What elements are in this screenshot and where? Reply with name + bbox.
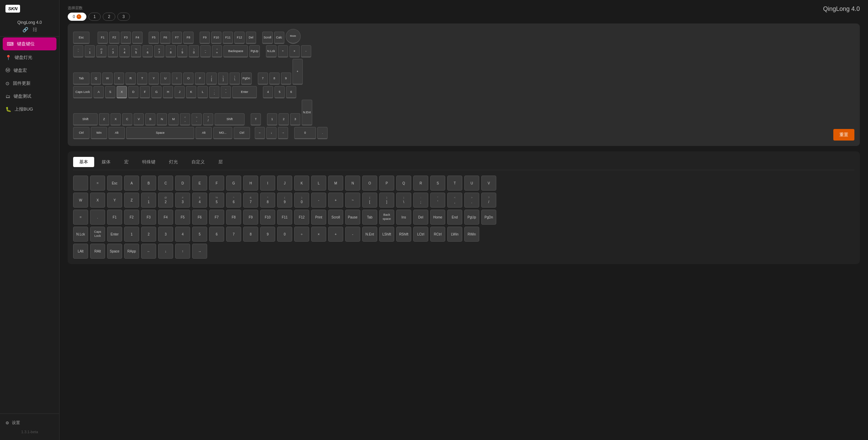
key-tab[interactable]: Tab	[73, 72, 89, 85]
grid-key-b[interactable]: B	[141, 176, 156, 191]
grid-key-n[interactable]: N	[345, 176, 360, 191]
key-c[interactable]: C	[122, 113, 132, 126]
grid-key-7[interactable]: &7	[243, 193, 258, 208]
grid-key-tilde2[interactable]: ~	[345, 193, 360, 208]
grid-key-dquote[interactable]: "'	[430, 193, 445, 208]
grid-key-r[interactable]: R	[413, 176, 428, 191]
key-5[interactable]: %5	[131, 45, 141, 58]
key-a[interactable]: A	[94, 86, 104, 98]
key-right[interactable]: →	[278, 127, 288, 139]
key-period[interactable]: >.	[191, 113, 202, 126]
key-0[interactable]: )0	[189, 45, 199, 58]
grid-key-x[interactable]: X	[90, 193, 105, 208]
key-k[interactable]: K	[186, 86, 196, 98]
key-numdot[interactable]: .	[317, 127, 328, 139]
sidebar-item-keyboard-macro[interactable]: Ⓜ 键盘宏	[0, 64, 59, 77]
grid-key-4[interactable]: $4	[192, 193, 207, 208]
grid-key-gt[interactable]: >.	[464, 193, 479, 208]
key-j[interactable]: J	[174, 86, 185, 98]
grid-key-backspace[interactable]: Back space	[379, 210, 394, 225]
grid-key-nent[interactable]: N.Ent	[362, 227, 377, 242]
grid-key-empty1[interactable]	[73, 176, 88, 191]
grid-key-gf11[interactable]: F11	[277, 210, 292, 225]
key-backspace[interactable]: Backspace	[223, 45, 248, 58]
key-num7[interactable]: 7	[258, 72, 268, 85]
grid-key-del2[interactable]: Del	[413, 210, 428, 225]
key-capslock[interactable]: Caps Lock	[73, 86, 92, 98]
grid-key-gf3[interactable]: F3	[141, 210, 156, 225]
grid-key-u[interactable]: U	[464, 176, 479, 191]
panel-tab-macro[interactable]: 宏	[118, 157, 135, 167]
key-6[interactable]: ^6	[143, 45, 153, 58]
grid-key-v[interactable]: V	[481, 176, 496, 191]
grid-key-m[interactable]: M	[328, 176, 343, 191]
grid-key-w[interactable]: W	[73, 193, 88, 208]
grid-key-pgdn2[interactable]: PgDn	[481, 210, 496, 225]
reset-button[interactable]: 重置	[833, 129, 854, 141]
key-x2[interactable]: X	[111, 113, 121, 126]
grid-key-gf9[interactable]: F9	[243, 210, 258, 225]
panel-tab-media[interactable]: 媒体	[96, 157, 117, 167]
key-rbracket[interactable]: }]	[218, 72, 228, 85]
grid-key-l[interactable]: L	[311, 176, 326, 191]
key-rshift[interactable]: Shift	[215, 113, 245, 126]
layer-tab-1[interactable]: 1	[88, 13, 101, 21]
grid-key-lshift[interactable]: LShift	[379, 227, 394, 242]
key-v[interactable]: V	[134, 113, 144, 126]
grid-key-ins[interactable]: Ins	[396, 210, 411, 225]
key-numminus[interactable]: -	[301, 45, 311, 58]
grid-key-1[interactable]: !1	[141, 193, 156, 208]
key-minus[interactable]: _-	[200, 45, 211, 58]
grid-key-print[interactable]: Print	[311, 210, 326, 225]
key-f9[interactable]: F9	[200, 32, 210, 44]
key-left[interactable]: ←	[255, 127, 265, 139]
grid-key-lalt[interactable]: LAlt	[73, 244, 88, 259]
grid-key-home[interactable]: Home	[430, 210, 445, 225]
key-n[interactable]: N	[157, 113, 167, 126]
grid-key-nminus[interactable]: -	[345, 227, 360, 242]
key-lalt[interactable]: Alt	[108, 127, 125, 139]
grid-key-gf10[interactable]: F10	[260, 210, 275, 225]
grid-key-gf5[interactable]: F5	[175, 210, 190, 225]
grid-key-lwin[interactable]: LWin	[447, 227, 462, 242]
key-r[interactable]: R	[126, 72, 136, 85]
layer-tab-3[interactable]: 3	[117, 13, 130, 21]
key-u[interactable]: U	[160, 72, 170, 85]
grid-key-end[interactable]: End	[447, 210, 462, 225]
key-1[interactable]: !1	[85, 45, 95, 58]
grid-key-lt[interactable]: <,	[447, 193, 462, 208]
grid-key-gf1[interactable]: F1	[107, 210, 122, 225]
grid-key-5[interactable]: %5	[209, 193, 224, 208]
grid-key-eq[interactable]: =	[90, 176, 105, 191]
key-nument[interactable]: N.Ent	[302, 100, 312, 126]
key-q[interactable]: Q	[91, 72, 101, 85]
key-9[interactable]: (9	[177, 45, 187, 58]
key-f1[interactable]: F1	[98, 32, 108, 44]
grid-key-rwin[interactable]: RWin	[464, 227, 479, 242]
key-f5[interactable]: F5	[149, 32, 159, 44]
key-lctrl[interactable]: Ctrl	[73, 127, 89, 139]
sidebar-item-keyboard-test[interactable]: 🗂 键盘测试	[0, 90, 59, 103]
link-icon[interactable]: 🔗	[22, 27, 28, 32]
panel-tab-special[interactable]: 特殊键	[136, 157, 162, 167]
key-num0[interactable]: 0	[294, 127, 316, 139]
grid-key-k[interactable]: K	[294, 176, 309, 191]
grid-key-o[interactable]: O	[362, 176, 377, 191]
grid-key-minus2[interactable]: -	[311, 193, 326, 208]
grid-key-n0[interactable]: 0	[277, 227, 292, 242]
key-h[interactable]: H	[163, 86, 173, 98]
key-pgdn[interactable]: PgDn	[241, 72, 252, 85]
grid-key-scroll[interactable]: Scroll	[328, 210, 343, 225]
unlink-icon[interactable]: ⛓	[32, 27, 37, 32]
sidebar-item-report-bug[interactable]: 🐛 上报BUG	[0, 103, 59, 116]
key-f3[interactable]: F3	[121, 32, 131, 44]
grid-key-p[interactable]: P	[379, 176, 394, 191]
key-i[interactable]: I	[172, 72, 182, 85]
key-e[interactable]: E	[114, 72, 124, 85]
grid-key-plus[interactable]: +	[328, 193, 343, 208]
key-tilde[interactable]: ~`	[73, 45, 83, 58]
grid-key-space[interactable]: Space	[107, 244, 122, 259]
grid-key-z[interactable]: Z	[124, 193, 139, 208]
grid-key-n5[interactable]: 5	[192, 227, 207, 242]
key-pgup[interactable]: PgUp	[249, 45, 260, 58]
